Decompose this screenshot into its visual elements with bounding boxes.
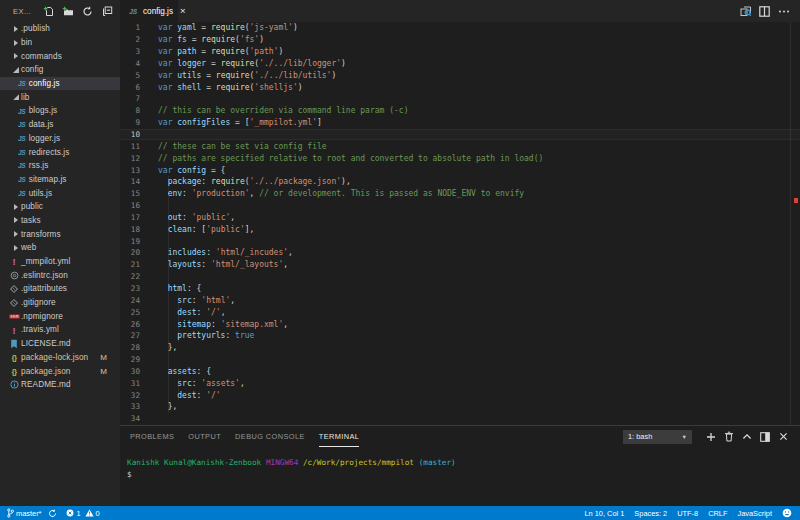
open-changes-icon xyxy=(740,6,752,17)
error-marker xyxy=(794,198,798,203)
tree-file-utils-js[interactable]: JSutils.js xyxy=(0,186,120,200)
line-number: 11 xyxy=(120,142,140,151)
statusbar-value: JavaScript xyxy=(737,509,772,518)
explorer-header: EXPLORER xyxy=(0,0,120,22)
refresh-icon xyxy=(82,6,93,17)
line-number: 14 xyxy=(120,177,140,186)
terminal-output[interactable]: Kanishk Kunal@Kanishk-Zenbook MINGW64 /c… xyxy=(120,447,800,481)
new-folder-button[interactable] xyxy=(59,3,79,19)
eol-sequence[interactable]: CRLF xyxy=(708,509,727,518)
tree-file--gitignore[interactable]: .gitignore xyxy=(0,296,120,310)
tree-file-license-md[interactable]: LICENSE.md xyxy=(0,337,120,351)
tree-file--gitattributes[interactable]: .gitattributes xyxy=(0,282,120,296)
split-editor-button[interactable] xyxy=(755,2,774,20)
code-text: var shell = require('shelljs') xyxy=(158,83,303,92)
statusbar-value: Spaces: 2 xyxy=(634,509,667,518)
tree-item-label: data.js xyxy=(29,120,54,129)
cursor-position[interactable]: Ln 10, Col 1 xyxy=(584,509,624,518)
tree-file-logger-js[interactable]: JSlogger.js xyxy=(0,132,120,146)
js-file-icon: JS xyxy=(127,6,139,17)
open-changes-button[interactable] xyxy=(736,2,755,20)
warning-count: 0 xyxy=(96,509,100,518)
tree-item-label: .eslintrc.json xyxy=(21,271,68,280)
code-line-32: 32 dest: '/' xyxy=(120,389,800,401)
tree-item-label: README.md xyxy=(21,380,71,389)
tree-item-label: _mmpilot.yml xyxy=(21,257,70,266)
error-icon xyxy=(66,509,74,517)
tree-folder-bin[interactable]: bin xyxy=(0,36,120,50)
feedback-smiley[interactable] xyxy=(782,508,792,518)
collapse-folders-button[interactable] xyxy=(98,3,118,19)
tab-close-icon[interactable]: × xyxy=(180,7,186,15)
code-text: var config = { xyxy=(158,166,225,175)
tree-item-label: public xyxy=(21,202,43,211)
statusbar-right: Ln 10, Col 1 Spaces: 2 UTF-8 CRLF JavaSc… xyxy=(574,508,800,518)
problems-item[interactable]: 1 0 xyxy=(66,509,99,518)
tree-folder-web[interactable]: web xyxy=(0,241,120,255)
code-text: src: 'html', xyxy=(158,296,235,305)
tree-file--travis-yml[interactable]: !.travis.yml xyxy=(0,323,120,337)
tree-folder-tasks[interactable]: tasks xyxy=(0,214,120,228)
tree-file-redirects-js[interactable]: JSredirects.js xyxy=(0,145,120,159)
code-line-5: 5var utils = require('./../lib/utils') xyxy=(120,69,800,81)
tree-file-package-json[interactable]: {}package.jsonM xyxy=(0,364,120,378)
tree-folder--publish[interactable]: .publish xyxy=(0,22,120,36)
split-terminal-button[interactable] xyxy=(756,429,774,445)
code-editor[interactable]: 1var yaml = require('js-yaml')2var fs = … xyxy=(120,22,800,425)
encoding[interactable]: UTF-8 xyxy=(677,509,698,518)
tree-file-sitemap-js[interactable]: JSsitemap.js xyxy=(0,173,120,187)
terminal-select[interactable]: 1: bash ▼ xyxy=(623,430,692,444)
language-mode[interactable]: JavaScript xyxy=(737,509,772,518)
code-text: package: require('./../package.json'), xyxy=(158,177,351,186)
line-number: 19 xyxy=(120,237,140,246)
code-text: // this can be overriden via command lin… xyxy=(158,106,408,115)
code-text: var fs = require('fs') xyxy=(158,35,264,44)
npm-file-icon xyxy=(8,311,20,322)
tree-file--npmignore[interactable]: .npmignore xyxy=(0,309,120,323)
tree-file-blogs-js[interactable]: JSblogs.js xyxy=(0,104,120,118)
code-text: env: 'production', // or development. Th… xyxy=(158,189,524,198)
maximize-panel-button[interactable] xyxy=(738,429,756,445)
tab-config-js[interactable]: JS config.js × xyxy=(120,0,178,22)
new-file-button[interactable] xyxy=(39,3,59,19)
tree-folder-config[interactable]: config xyxy=(0,63,120,77)
tree-file--eslintrc-json[interactable]: .eslintrc.json xyxy=(0,268,120,282)
smiley-icon xyxy=(782,508,792,518)
line-number: 23 xyxy=(120,284,140,293)
sync-item[interactable] xyxy=(48,509,59,518)
tree-item-label: config xyxy=(21,65,43,74)
tree-file-rss-js[interactable]: JSrss.js xyxy=(0,159,120,173)
license-file-icon xyxy=(8,338,20,349)
overview-ruler[interactable] xyxy=(790,22,800,425)
new-terminal-button[interactable] xyxy=(702,429,720,445)
tree-item-label: utils.js xyxy=(29,189,53,198)
tree-folder-commands[interactable]: commands xyxy=(0,49,120,63)
panel-tab-problems[interactable]: PROBLEMS xyxy=(130,426,174,447)
git-branch-item[interactable]: master* xyxy=(7,508,41,518)
kill-terminal-button[interactable] xyxy=(720,429,738,445)
tree-folder-lib[interactable]: lib xyxy=(0,90,120,104)
close-panel-button[interactable] xyxy=(774,429,792,445)
code-line-22: 22 xyxy=(120,271,800,283)
indentation[interactable]: Spaces: 2 xyxy=(634,509,667,518)
more-actions-button[interactable] xyxy=(774,2,793,20)
file-tree: .publishbincommandsconfigJSconfig.jslibJ… xyxy=(0,22,120,392)
panel-tab-debug-console[interactable]: DEBUG CONSOLE xyxy=(235,426,305,447)
line-number: 15 xyxy=(120,189,140,198)
line-number: 27 xyxy=(120,331,140,340)
tree-file-data-js[interactable]: JSdata.js xyxy=(0,118,120,132)
line-number: 33 xyxy=(120,402,140,411)
tree-file-package-lock-json[interactable]: {}package-lock.jsonM xyxy=(0,351,120,365)
code-line-26: 26 sitemap: 'sitemap.xml', xyxy=(120,318,800,330)
tree-file--mmpilot-yml[interactable]: !_mmpilot.yml xyxy=(0,255,120,269)
panel-tab-output[interactable]: OUTPUT xyxy=(188,426,221,447)
tree-folder-public[interactable]: public xyxy=(0,200,120,214)
tree-file-readme-md[interactable]: README.md xyxy=(0,378,120,392)
tree-item-label: lib xyxy=(21,93,30,102)
refresh-explorer-button[interactable] xyxy=(78,3,98,19)
yaml-file-icon: ! xyxy=(8,256,20,267)
tree-file-config-js[interactable]: JSconfig.js xyxy=(0,77,120,91)
tree-folder-transforms[interactable]: transforms xyxy=(0,227,120,241)
panel-tab-terminal[interactable]: TERMINAL xyxy=(319,426,360,447)
line-number: 24 xyxy=(120,296,140,305)
